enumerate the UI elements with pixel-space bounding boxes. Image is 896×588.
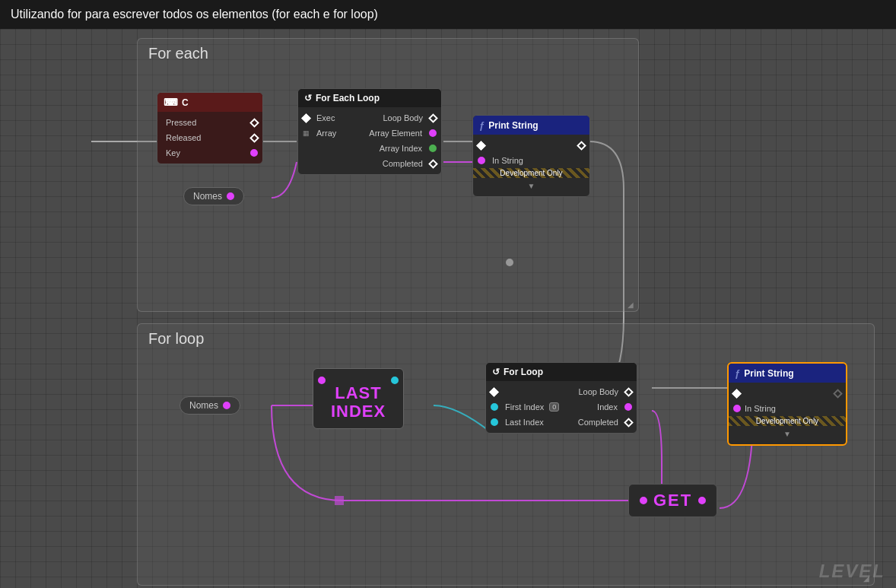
nomes-pill-1[interactable]: Nomes — [183, 187, 244, 205]
ps1-exec-out[interactable] — [577, 141, 586, 151]
lastindex-out-pin[interactable] — [391, 377, 399, 384]
loop-icon: ↺ — [304, 93, 312, 103]
pressed-exec-pin[interactable] — [249, 118, 259, 128]
c-node-header: ⌨ C — [157, 93, 262, 112]
get-node[interactable]: GET — [628, 484, 717, 517]
watermark: LEVEL — [819, 561, 885, 582]
fl-exec-in[interactable] — [489, 387, 499, 397]
print-string-node-1[interactable]: ƒ Print String In String — [472, 115, 590, 197]
key-pin[interactable] — [250, 149, 258, 157]
c-keyboard-node[interactable]: ⌨ C Pressed Released Key — [157, 92, 263, 164]
function-icon-1: ƒ — [479, 119, 485, 131]
fe-exec-in[interactable] — [301, 113, 311, 123]
fl-loopbody-out[interactable] — [624, 387, 634, 397]
ps2-expand-icon[interactable]: ▼ — [783, 430, 791, 438]
for-loop-title: For loop — [138, 324, 874, 354]
for-each-loop-header: ↺ For Each Loop — [298, 89, 441, 107]
ps1-instring-in[interactable] — [478, 157, 485, 164]
get-in-pin[interactable] — [640, 497, 647, 504]
fl-index-out[interactable] — [624, 403, 632, 411]
array-grid-icon: ▦ — [303, 129, 310, 137]
for-loop-section: For loop Nomes LAST INDEX ↺ F — [137, 323, 875, 586]
ps2-instring-in[interactable] — [733, 405, 741, 412]
get-out-pin[interactable] — [698, 497, 706, 504]
print-string-1-header: ƒ Print String — [473, 116, 589, 135]
ps2-exec-in[interactable] — [732, 389, 742, 399]
get-label: GET — [653, 491, 692, 510]
lastindex-in-pin[interactable] — [318, 377, 326, 384]
for-each-title: For each — [138, 39, 638, 68]
ps1-dev-only: Development Only — [473, 168, 589, 178]
fl-lastindex-in[interactable] — [491, 418, 498, 426]
last-index-label: LAST INDEX — [331, 384, 386, 421]
page-title: Utilizando for para escrever todos os el… — [11, 8, 378, 21]
function-icon-2: ƒ — [735, 367, 740, 379]
released-exec-pin[interactable] — [249, 133, 259, 143]
fe-arrayelement-out[interactable] — [429, 129, 437, 137]
ps1-exec-in[interactable] — [476, 141, 486, 151]
fl-completed-out[interactable] — [624, 418, 634, 427]
for-loop-node[interactable]: ↺ For Loop Loop Body First Index — [485, 362, 637, 434]
nomes2-out-pin[interactable] — [223, 402, 230, 409]
keyboard-icon: ⌨ — [164, 97, 178, 108]
fe-loopbody-out[interactable] — [428, 113, 438, 123]
title-bar: Utilizando for para escrever todos os el… — [0, 0, 896, 29]
last-index-node[interactable]: LAST INDEX — [313, 368, 404, 429]
ps1-expand-icon[interactable]: ▼ — [528, 182, 535, 190]
section-resize-1: ◢ — [628, 300, 635, 308]
for-each-loop-node[interactable]: ↺ For Each Loop Exec Loop Body ▦ — [297, 88, 442, 175]
nomes1-out-pin[interactable] — [227, 192, 234, 200]
nomes-pill-2[interactable]: Nomes — [180, 396, 240, 415]
fe-completed-out[interactable] — [428, 159, 438, 169]
fe-arrayindex-out[interactable] — [429, 145, 437, 152]
for-loop-node-header: ↺ For Loop — [486, 363, 637, 381]
canvas-area[interactable]: For each ⌨ C Pressed Released Key — [0, 29, 896, 588]
ps2-exec-out[interactable] — [833, 389, 843, 399]
fl-firstindex-in[interactable] — [491, 403, 498, 411]
print-string-node-2[interactable]: ƒ Print String In String Development Onl… — [727, 362, 847, 446]
loop2-icon: ↺ — [492, 367, 500, 377]
ps2-dev-only: Development Only — [729, 416, 846, 426]
for-each-section: For each ⌨ C Pressed Released Key — [137, 38, 639, 312]
print-string-2-header: ƒ Print String — [729, 364, 846, 383]
